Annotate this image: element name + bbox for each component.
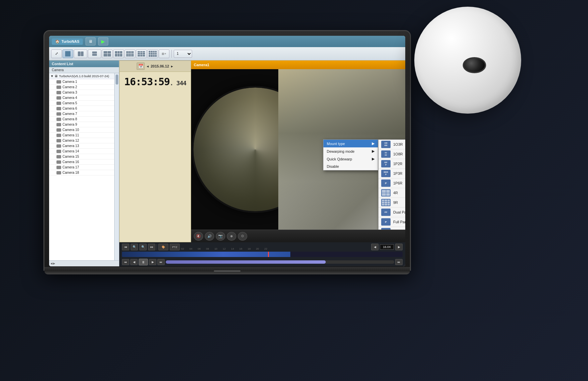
submenu-item-full-panorama[interactable]: P Full Panorama [379, 217, 405, 227]
camera-list-item[interactable]: Camera 11 [49, 133, 114, 138]
split2v-btn[interactable] [88, 49, 101, 58]
submenu-item-1o8r[interactable]: IOIO 1O8R [379, 149, 405, 159]
play-btn[interactable]: ▶ [149, 259, 156, 265]
camera-list-item[interactable]: Camera 17 [49, 165, 114, 170]
camera-name-label: Camera 12 [62, 139, 79, 142]
submenu-item-1p2r[interactable]: RPP 1P2R [379, 159, 405, 169]
app-title: TurboNAS [61, 39, 80, 43]
screen-bezel: 🏠 TurboNAS 🖥 ▶ ⤢ [49, 36, 405, 266]
camera-name-label: Camera 18 [62, 171, 79, 174]
timeline-track-container [122, 252, 403, 257]
ctx-item-mount-type[interactable]: Mount type ▶ [323, 140, 378, 147]
camera-list-item[interactable]: Camera 15 [49, 154, 114, 159]
bottom-nav-row: ⏮ ◀ ⏸ ▶ ⏭ ⏭ [119, 258, 405, 266]
camera-list-item[interactable]: Camera 9 [49, 122, 114, 127]
audio-btn[interactable]: 🔊 [205, 232, 214, 241]
submenu-item-dual-panorama[interactable]: PP Dual Panorama [379, 208, 405, 217]
submenu-item-9r[interactable]: 9R [379, 198, 405, 208]
camera-name-label: Camera 4 [62, 96, 77, 100]
cal-icon[interactable]: 📅 [137, 62, 145, 70]
next-date-btn[interactable]: ► [170, 65, 174, 68]
ctx-item-quick-qdewarp[interactable]: Quick Qdewarp ▶ [323, 155, 378, 163]
sidebar-scrollbar[interactable] [114, 73, 119, 260]
next-frame-btn[interactable]: ⏭ [148, 244, 155, 250]
grid4-btn[interactable] [102, 49, 113, 58]
grid6-btn[interactable] [113, 49, 124, 58]
grid-more-btn[interactable]: ⊞+ [159, 49, 169, 58]
video-frame: Mount type ▶ Dewarping mode ▶ [191, 69, 405, 230]
ctx-item-disable[interactable]: Disable [323, 163, 378, 170]
camera-name-label: Camera 2 [62, 85, 77, 89]
submenu-item-1p6r[interactable]: P 1P6R [379, 178, 405, 188]
expand-btn[interactable]: ⤢ [51, 49, 62, 58]
camera-list-item[interactable]: Camera 3 [49, 90, 114, 95]
main-area: Content List Camera ▼ 🖥 TurboNAS(v5.1.0 … [49, 60, 405, 266]
home-button[interactable]: 🏠 TurboNAS [52, 38, 83, 45]
camera-list-item[interactable]: Camera 1 [49, 79, 114, 85]
sidebar-tree: ▼ 🖥 TurboNAS(v5.1.0 build 2015-07-24) Ca… [49, 73, 119, 260]
cam-icon [56, 134, 61, 137]
play-icon-btn[interactable]: ▶ [98, 37, 108, 45]
camera-name-label: Camera 3 [62, 91, 77, 94]
rewind-start-btn[interactable]: ⏮ [122, 259, 129, 265]
mute-btn[interactable]: 🔇 [194, 232, 203, 241]
camera-list-item[interactable]: Camera 14 [49, 149, 114, 154]
end-btn[interactable]: ⏭ [395, 259, 403, 265]
split2h-btn[interactable] [74, 49, 87, 58]
zoom-out-btn[interactable]: 🔍 [139, 244, 147, 250]
camera-list-item[interactable]: Camera 5 [49, 101, 114, 106]
camera-list-item[interactable]: Camera 7 [49, 111, 114, 117]
camera-list-item[interactable]: Camera 12 [49, 138, 114, 143]
submenu-item-orp[interactable]: ORP ORP [379, 227, 405, 230]
monitor-icon-btn[interactable]: 🖥 [86, 37, 96, 45]
grid9-btn[interactable] [136, 49, 147, 58]
record-btn[interactable]: ⏺ [227, 232, 236, 241]
first-frame-btn[interactable]: ⏮ [122, 244, 129, 250]
submenu-arrow-icon-3: ▶ [372, 157, 375, 161]
grid8-btn[interactable] [125, 49, 135, 58]
camera-name-label: Camera 17 [62, 165, 79, 169]
next-speed-btn[interactable]: ▶ [395, 244, 403, 250]
camera-list-item[interactable]: Camera 6 [49, 106, 114, 111]
camera-list-item[interactable]: Camera 4 [49, 95, 114, 101]
prev-speed-btn[interactable]: ◀ [371, 244, 379, 250]
zoom-in-btn[interactable]: 🔍 [131, 244, 138, 250]
single-view-btn[interactable] [62, 49, 73, 58]
pause-btn[interactable]: ⏸ [139, 259, 148, 265]
grid12-btn[interactable] [147, 49, 158, 58]
color-settings-btn[interactable]: 🎨 [158, 244, 168, 250]
sidebar-bottom-bar: ◀ ▶ [49, 260, 119, 266]
submenu-item-1o3r[interactable]: ORRR 1O3R [379, 140, 405, 149]
tree-root-item[interactable]: ▼ 🖥 TurboNAS(v5.1.0 build 2015-07-24) [49, 73, 114, 79]
camera-list-item[interactable]: Camera 16 [49, 159, 114, 165]
progress-bar[interactable] [166, 260, 394, 264]
prev-btn[interactable]: ◀ [130, 259, 138, 265]
cam-icon [56, 107, 61, 110]
sidebar: Content List Camera ▼ 🖥 TurboNAS(v5.1.0 … [49, 60, 119, 266]
camera-list-item[interactable]: Camera 18 [49, 170, 114, 175]
camera-name-label: Camera 1 [62, 80, 77, 84]
ff-btn[interactable]: ⏭ [157, 259, 165, 265]
cam-icon [56, 118, 61, 121]
settings-btn[interactable]: ⚙ [238, 232, 247, 241]
camera-list-item[interactable]: Camera 8 [49, 117, 114, 122]
camera-name-label: Camera 10 [62, 128, 79, 132]
submenu-icon-1o8r: IOIO [381, 150, 391, 158]
prev-date-btn[interactable]: ◄ [146, 65, 149, 68]
layout-select[interactable]: 124 [174, 50, 192, 58]
cam-icon [56, 128, 61, 132]
camera-list-item[interactable]: Camera 2 [49, 85, 114, 90]
snapshot-btn[interactable]: 📷 [216, 232, 225, 241]
submenu-item-4r[interactable]: 4R [379, 188, 405, 198]
camera-name-label: Camera 8 [62, 117, 77, 121]
camera-list-item[interactable]: Camera 13 [49, 143, 114, 149]
cam-icon [56, 166, 61, 169]
camera-name-label: Camera 13 [62, 144, 79, 148]
cam-icon [56, 160, 61, 164]
cam-icon [56, 155, 61, 158]
camera-list-item[interactable]: Camera 10 [49, 127, 114, 133]
timeline-playhead[interactable] [268, 252, 269, 257]
ptz-btn[interactable]: PTZ [170, 244, 180, 250]
submenu-item-1p3r[interactable]: RRRP 1P3R [379, 169, 405, 178]
ctx-item-dewarping[interactable]: Dewarping mode ▶ [323, 147, 378, 155]
